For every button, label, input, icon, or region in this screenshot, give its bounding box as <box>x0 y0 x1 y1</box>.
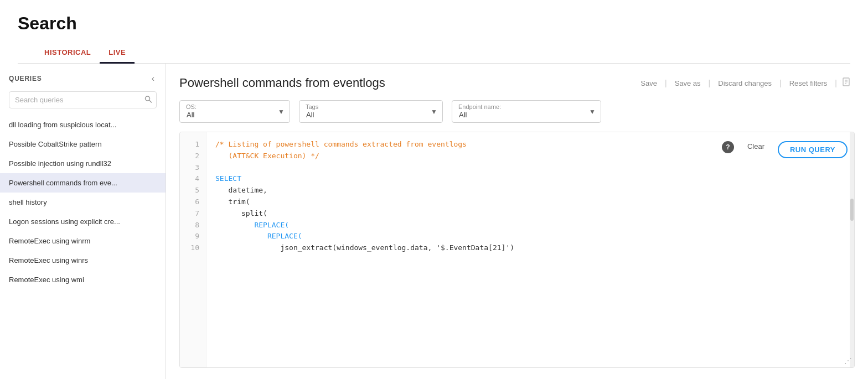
line-number: 3 <box>180 162 206 174</box>
line-number: 5 <box>180 185 206 196</box>
list-item[interactable]: RemoteExec using winrm <box>0 231 166 251</box>
line-number: 6 <box>180 196 206 208</box>
list-item[interactable]: RemoteExec using wmi <box>0 270 166 289</box>
query-title: Powershell commands from eventlogs <box>179 76 385 90</box>
search-icon[interactable] <box>144 95 152 105</box>
reset-filters-button[interactable]: Reset filters <box>783 77 834 90</box>
line-number: 2 <box>180 150 206 162</box>
code-line: json_extract(windows_eventlog.data, '$.E… <box>215 242 841 254</box>
line-numbers: 1 2 3 4 5 6 7 8 9 10 <box>180 132 206 367</box>
filter-os: OS: All Windows Linux macOS ▼ <box>179 100 290 123</box>
list-item[interactable]: dll loading from suspicious locat... <box>0 115 166 134</box>
line-number: 4 <box>180 173 206 185</box>
search-box <box>9 91 157 108</box>
editor-scrollbar[interactable] <box>850 132 854 367</box>
filter-tags-label: Tags <box>306 103 318 110</box>
tab-live[interactable]: LIVE <box>100 43 135 64</box>
list-item[interactable]: Possible injection using rundll32 <box>0 154 166 173</box>
list-item[interactable]: RemoteExec using winrs <box>0 251 166 270</box>
code-content[interactable]: /* Listing of powershell commands extrac… <box>206 132 850 367</box>
scrollbar-thumb <box>850 199 854 221</box>
collapse-button[interactable]: ‹ <box>149 72 157 85</box>
run-query-button[interactable]: RUN QUERY <box>778 141 848 158</box>
code-line: SELECT <box>215 173 841 185</box>
code-line: trim( <box>215 196 841 208</box>
save-as-button[interactable]: Save as <box>668 77 707 90</box>
editor-body: 1 2 3 4 5 6 7 8 9 10 /* Listing of power… <box>180 132 854 367</box>
code-editor: ? Clear RUN QUERY 1 2 3 4 5 6 7 8 9 <box>179 132 855 368</box>
document-icon[interactable] <box>838 75 855 91</box>
list-item[interactable]: Powershell commands from eve... <box>0 173 166 193</box>
page-title: Search <box>18 13 850 34</box>
sidebar-title: QUERIES <box>9 75 42 82</box>
help-button[interactable]: ? <box>722 141 734 153</box>
code-line: split( <box>215 208 841 220</box>
query-actions: Save | Save as | Discard changes | Reset… <box>634 75 855 91</box>
line-number: 1 <box>180 139 206 150</box>
code-line: REPLACE( <box>215 220 841 231</box>
clear-button[interactable]: Clear <box>743 141 769 152</box>
code-line: datetime, <box>215 185 841 196</box>
filter-os-label: OS: <box>186 103 197 110</box>
code-line: REPLACE( <box>215 231 841 242</box>
sidebar: QUERIES ‹ dll loading from suspicious lo… <box>0 64 166 379</box>
line-number: 7 <box>180 208 206 220</box>
line-number: 9 <box>180 231 206 242</box>
filter-tags-select[interactable]: All <box>299 100 443 123</box>
svg-line-1 <box>149 100 152 102</box>
line-number: 8 <box>180 220 206 231</box>
list-item[interactable]: Logon sessions using explicit cre... <box>0 212 166 231</box>
resize-handle[interactable]: ⋰ <box>844 356 852 365</box>
line-number: 10 <box>180 242 206 254</box>
tab-historical[interactable]: HISTORICAL <box>35 43 100 64</box>
save-button[interactable]: Save <box>634 77 664 90</box>
filter-endpoint: Endpoint name: All ▼ <box>452 100 601 123</box>
query-list: dll loading from suspicious locat... Pos… <box>0 115 166 370</box>
list-item[interactable]: shell history <box>0 193 166 212</box>
filter-tags: Tags All ▼ <box>299 100 443 123</box>
editor-toolbar: ? Clear RUN QUERY <box>722 137 854 158</box>
list-item[interactable]: Possible CobaltStrike pattern <box>0 134 166 154</box>
tab-bar: HISTORICAL LIVE <box>18 43 850 64</box>
code-line <box>215 162 841 174</box>
search-input[interactable] <box>9 91 157 108</box>
filters: OS: All Windows Linux macOS ▼ Tags All ▼ <box>179 100 855 123</box>
discard-button[interactable]: Discard changes <box>711 77 778 90</box>
filter-endpoint-label: Endpoint name: <box>458 103 501 110</box>
content-area: Powershell commands from eventlogs Save … <box>166 64 868 379</box>
